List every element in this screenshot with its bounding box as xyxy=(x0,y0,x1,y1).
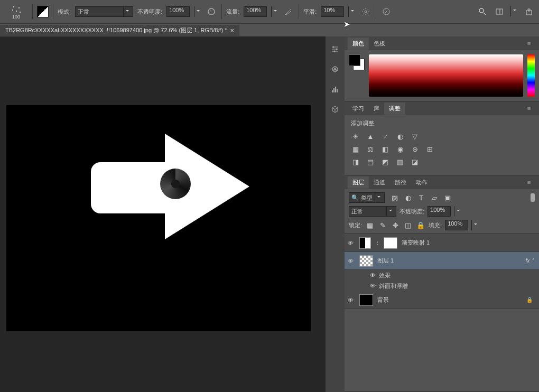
filter-shape-icon[interactable]: ▱ xyxy=(430,193,439,202)
flow-label: 流量: xyxy=(226,8,239,16)
threshold-icon[interactable]: ◩ xyxy=(380,157,390,166)
filter-type-icon[interactable]: T xyxy=(416,193,426,202)
layer-row[interactable]: 👁 图层 1 fx ˄ xyxy=(345,252,539,270)
mode-label: 模式: xyxy=(58,8,71,16)
mask-thumb xyxy=(384,237,397,249)
layer-thumb xyxy=(359,237,371,249)
hue-sat-icon[interactable]: ▦ xyxy=(351,144,360,154)
fx-parent[interactable]: 👁效果 xyxy=(345,270,539,281)
layer-row[interactable]: 👁 背景 🔒 xyxy=(345,291,539,309)
color-swatch-button[interactable] xyxy=(37,6,49,17)
tab-layers[interactable]: 图层 xyxy=(348,176,369,189)
fg-bg-swatch[interactable] xyxy=(349,54,365,70)
arrow-shape xyxy=(91,134,253,239)
search-icon[interactable] xyxy=(477,6,488,17)
cube-icon[interactable] xyxy=(330,104,340,115)
document-tab[interactable]: TB2RG8RcXXXXXaLXXXXXXXXXXX_!!1069897400.… xyxy=(0,25,239,36)
exposure-icon[interactable]: ◐ xyxy=(395,132,405,141)
tab-learn[interactable]: 学习 xyxy=(348,102,369,115)
fill-label: 填充: xyxy=(429,221,442,229)
tab-channels[interactable]: 通道 xyxy=(369,176,390,189)
tab-library[interactable]: 库 xyxy=(369,102,384,115)
opacity-input[interactable]: 100% xyxy=(166,6,190,17)
flow-input[interactable]: 100% xyxy=(244,6,267,17)
tab-actions[interactable]: 动作 xyxy=(411,176,432,189)
eye-icon[interactable]: 👁 xyxy=(348,240,355,246)
svg-rect-5 xyxy=(496,9,503,14)
photo-filter-icon[interactable]: ◉ xyxy=(395,144,405,154)
brush-preset[interactable]: 100 xyxy=(4,2,28,22)
share-icon[interactable] xyxy=(523,6,535,17)
svg-rect-21 xyxy=(335,87,336,92)
filter-toggle[interactable] xyxy=(531,193,535,202)
fx-badge[interactable]: fx ˄ xyxy=(525,258,534,264)
add-adjustment-label: 添加调整 xyxy=(351,119,539,127)
layer-fill-dropdown[interactable] xyxy=(471,220,479,230)
panel-menu-icon[interactable]: ≡ xyxy=(527,105,536,111)
smoothing-input[interactable]: 10% xyxy=(321,6,344,17)
svg-line-4 xyxy=(484,13,486,15)
layer-row[interactable]: 👁 ⋮ 渐变映射 1 xyxy=(345,234,539,252)
color-balance-icon[interactable]: ⚖ xyxy=(366,144,375,154)
flow-dropdown[interactable] xyxy=(271,6,278,17)
filter-image-icon[interactable]: ▨ xyxy=(390,193,399,202)
panel-menu-icon[interactable]: ≡ xyxy=(527,179,536,185)
bw-icon[interactable]: ◧ xyxy=(380,144,390,154)
workspace-dropdown[interactable] xyxy=(510,6,518,16)
lock-position-icon[interactable]: ✥ xyxy=(391,220,400,230)
gear-icon[interactable] xyxy=(360,6,371,17)
lock-image-icon[interactable]: ✎ xyxy=(378,220,387,230)
fx-item-bevel[interactable]: 👁斜面和浮雕 xyxy=(345,281,539,291)
brightness-contrast-icon[interactable]: ☀ xyxy=(351,132,360,141)
channel-mixer-icon[interactable]: ⊕ xyxy=(410,144,420,154)
color-ramp[interactable] xyxy=(369,54,523,97)
levels-icon[interactable]: ▲ xyxy=(366,132,375,141)
lock-artboard-icon[interactable]: ◫ xyxy=(403,220,413,230)
close-icon[interactable]: × xyxy=(230,26,235,34)
canvas[interactable] xyxy=(6,105,311,331)
curves-icon[interactable]: ⟋ xyxy=(380,132,390,141)
pressure-size-icon[interactable] xyxy=(380,6,392,17)
layer-opacity-label: 不透明度: xyxy=(399,208,424,216)
eye-icon[interactable]: 👁 xyxy=(348,258,355,264)
brush-settings-icon[interactable] xyxy=(330,44,340,54)
layer-opacity-input[interactable]: 100% xyxy=(428,206,451,217)
tab-adjustments[interactable]: 调整 xyxy=(384,102,405,115)
layer-name: 背景 xyxy=(377,296,389,304)
color-lookup-icon[interactable]: ⊞ xyxy=(425,144,434,154)
filter-adjust-icon[interactable]: ◐ xyxy=(403,193,413,202)
hue-strip[interactable] xyxy=(527,54,535,97)
posterize-icon[interactable]: ▤ xyxy=(366,157,375,166)
eye-icon[interactable]: 👁 xyxy=(348,297,355,303)
layer-thumb xyxy=(359,255,373,267)
panel-menu-icon[interactable]: ≡ xyxy=(527,40,536,46)
tab-paths[interactable]: 路径 xyxy=(390,176,411,189)
opacity-dropdown[interactable] xyxy=(194,6,201,17)
layer-filter-type[interactable]: 🔍类型 xyxy=(349,192,385,203)
smoothing-label: 平滑: xyxy=(303,8,317,16)
svg-rect-22 xyxy=(337,89,338,92)
pressure-opacity-icon[interactable] xyxy=(206,6,217,17)
lock-all-icon[interactable]: 🔒 xyxy=(416,220,425,230)
selective-color-icon[interactable]: ◪ xyxy=(410,157,420,166)
blend-mode-select[interactable]: 正常 xyxy=(75,6,133,17)
lock-transparent-icon[interactable]: ▦ xyxy=(365,220,375,230)
tab-color[interactable]: 颜色 xyxy=(348,38,369,50)
lock-icon: 🔒 xyxy=(526,297,533,303)
layer-fill-input[interactable]: 100% xyxy=(445,220,468,230)
svg-point-3 xyxy=(479,8,484,13)
invert-icon[interactable]: ◨ xyxy=(351,157,360,166)
brushes-icon[interactable] xyxy=(330,64,340,74)
smoothing-dropdown[interactable] xyxy=(348,6,356,17)
link-icon: ⋮ xyxy=(375,240,379,246)
filter-smart-icon[interactable]: ▣ xyxy=(443,193,452,202)
gradient-map-icon[interactable]: ▥ xyxy=(395,157,405,166)
histogram-icon[interactable] xyxy=(330,84,340,95)
layer-opacity-dropdown[interactable] xyxy=(454,206,461,217)
svg-point-11 xyxy=(333,46,334,48)
vibrance-icon[interactable]: ▽ xyxy=(410,132,420,141)
workspace-icon[interactable] xyxy=(494,6,505,17)
layer-blend-select[interactable]: 正常 xyxy=(349,206,396,217)
airbrush-icon[interactable] xyxy=(283,6,294,17)
tab-swatches[interactable]: 色板 xyxy=(369,38,390,50)
